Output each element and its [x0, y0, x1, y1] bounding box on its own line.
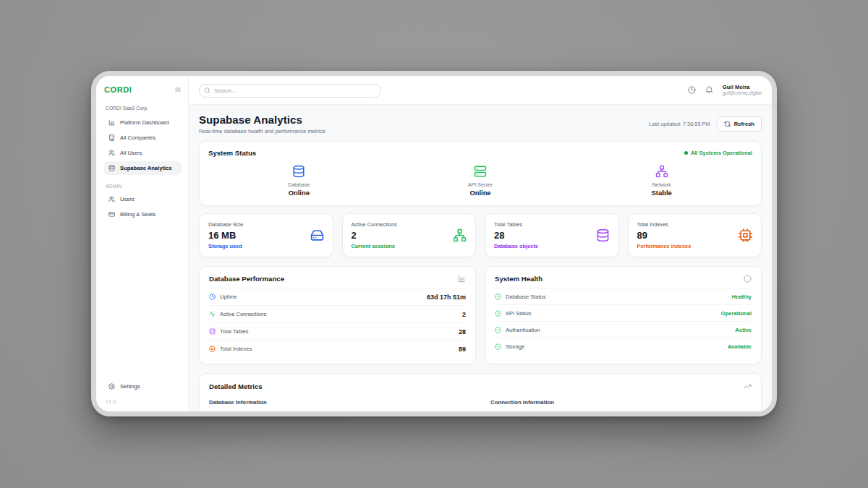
gear-icon	[109, 383, 115, 390]
overall-status-badge: All Systems Operational	[684, 150, 752, 156]
user-email: guil@creme.digital	[723, 90, 762, 96]
bell-icon[interactable]	[705, 86, 713, 94]
credit-card-icon	[109, 211, 115, 218]
sidebar-item-billing-seats[interactable]: Billing & Seats	[104, 207, 182, 221]
network-icon	[453, 228, 467, 242]
circle-icon	[744, 275, 752, 283]
cpu-icon	[739, 228, 752, 242]
system-health-card: System Health Database Status Healthy AP…	[485, 266, 762, 364]
content-area: Supabase Analytics Real-time database he…	[189, 105, 772, 411]
cpu-icon	[209, 346, 216, 352]
detailed-metrics-title: Detailed Metrics	[209, 382, 263, 390]
sidebar-item-platform-dashboard[interactable]: Platform Dashboard	[104, 116, 182, 129]
org-label: CORDI SaaS Corp.	[106, 106, 182, 111]
topbar: Guil Meira guil@creme.digital	[189, 76, 772, 105]
metric-card-total-tables: Total Tables 28 Database objects	[485, 213, 619, 257]
server-icon	[474, 165, 487, 178]
status-item-network: Network Stable	[571, 165, 752, 197]
system-status-card: System Status All Systems Operational Da…	[199, 141, 762, 206]
clock-icon	[209, 294, 216, 300]
hard-drive-icon	[310, 228, 324, 242]
check-circle-icon	[495, 294, 501, 300]
sidebar-item-label: Users	[120, 196, 135, 202]
metric-card-database-size: Database Size 16 MB Storage used	[199, 213, 333, 257]
database-icon	[109, 165, 115, 171]
refresh-button[interactable]: Refresh	[717, 116, 762, 132]
users-icon	[109, 196, 115, 202]
database-information-column: Database Information Database Size: 16 M…	[209, 399, 470, 411]
check-circle-icon	[495, 310, 501, 317]
health-row-api-status: API Status Operational	[495, 304, 752, 321]
check-circle-icon	[495, 343, 501, 350]
status-dot	[684, 151, 688, 155]
sidebar: CORDI CORDI SaaS Corp. Platform Dashboar…	[96, 76, 189, 411]
sidebar-item-supabase-analytics[interactable]: Supabase Analytics	[104, 161, 182, 175]
search-input[interactable]	[199, 84, 381, 98]
sidebar-item-label: Platform Dashboard	[120, 119, 169, 126]
database-icon	[596, 228, 610, 242]
clock-icon[interactable]	[688, 86, 696, 94]
menu-icon[interactable]	[174, 86, 182, 93]
sidebar-item-label: Supabase Analytics	[120, 165, 171, 171]
health-row-authentication: Authentication Active	[495, 321, 752, 338]
system-health-title: System Health	[495, 275, 542, 283]
refresh-icon	[724, 121, 731, 127]
database-performance-title: Database Performance	[209, 275, 284, 283]
check-circle-icon	[495, 327, 501, 333]
sidebar-item-label: Settings	[120, 383, 140, 390]
sidebar-item-label: Billing & Seats	[120, 211, 156, 218]
sidebar-item-all-companies[interactable]: All Companies	[104, 131, 182, 145]
activity-icon	[209, 311, 216, 317]
database-icon	[209, 328, 216, 335]
search-icon	[204, 87, 210, 93]
admin-section-label: ADMIN	[106, 184, 182, 189]
health-row-database-status: Database Status Healthy	[495, 288, 752, 304]
health-row-storage: Storage Available	[495, 338, 752, 354]
bar-chart-icon	[109, 119, 115, 126]
system-status-title: System Status	[208, 149, 256, 157]
page-title: Supabase Analytics	[199, 114, 326, 126]
performance-row-uptime: Uptime 63d 17h 51m	[209, 288, 466, 305]
sidebar-item-users[interactable]: Users	[104, 192, 182, 206]
status-item-database: Database Online	[208, 165, 390, 197]
trending-up-icon	[744, 382, 752, 390]
network-icon	[655, 165, 668, 178]
users-icon	[109, 150, 115, 156]
bar-chart-icon	[458, 275, 466, 283]
sidebar-item-label: All Companies	[120, 134, 156, 141]
metric-card-total-indexes: Total Indexes 89 Performance indexes	[628, 213, 762, 257]
metric-card-active-connections: Active Connections 2 Current sessions	[342, 213, 477, 257]
app-window: CORDI CORDI SaaS Corp. Platform Dashboar…	[91, 71, 777, 416]
last-updated-text: Last updated: 7:36:55 PM	[649, 121, 710, 127]
status-item-api-server: API Server Online	[390, 165, 571, 197]
page-subtitle: Real-time database health and performanc…	[199, 128, 326, 134]
user-name: Guil Meira	[723, 84, 762, 91]
detailed-metrics-card: Detailed Metrics Database Information Da…	[199, 373, 762, 411]
performance-row-total-tables: Total Tables 28	[209, 322, 466, 340]
building-icon	[109, 134, 115, 141]
brand-logo: CORDI	[104, 85, 132, 94]
app-version: V1.0	[106, 399, 182, 404]
database-icon	[292, 165, 305, 178]
sidebar-item-settings[interactable]: Settings	[104, 380, 182, 393]
sidebar-item-label: All Users	[120, 150, 142, 156]
user-profile[interactable]: Guil Meira guil@creme.digital	[723, 84, 762, 97]
performance-row-active-connections: Active Connections 2	[209, 305, 466, 322]
connection-information-column: Connection Information Active Connection…	[490, 399, 752, 411]
database-performance-card: Database Performance Uptime 63d 17h 51m …	[199, 266, 476, 364]
sidebar-item-all-users[interactable]: All Users	[104, 146, 182, 160]
performance-row-total-indexes: Total Indexes 89	[209, 340, 466, 357]
